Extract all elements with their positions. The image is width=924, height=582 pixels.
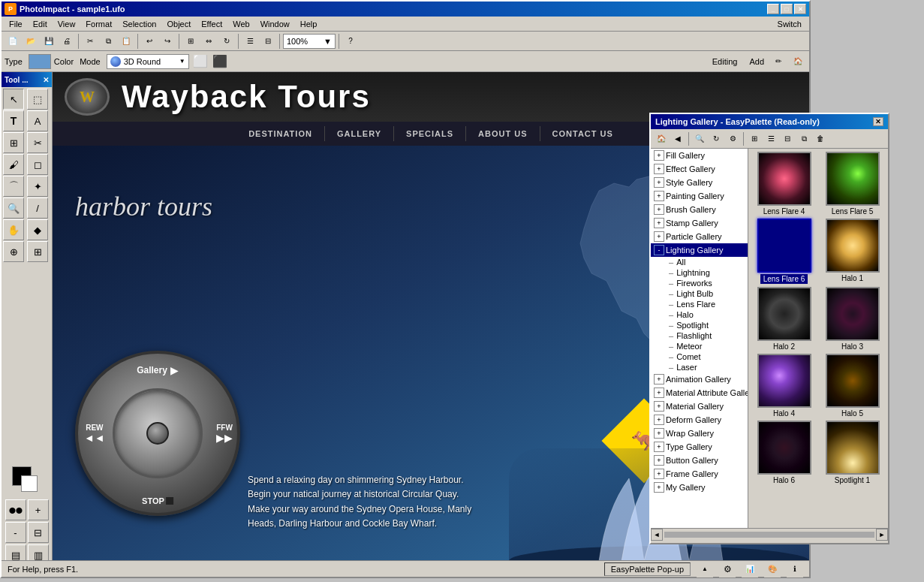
tree-lighting-gallery[interactable]: - Lighting Gallery	[651, 243, 748, 257]
ep-search-btn[interactable]: 🔍	[692, 131, 707, 146]
expand-particle[interactable]: +	[654, 231, 664, 242]
expand-effect[interactable]: +	[654, 164, 664, 174]
tree-lens-flare[interactable]: – Lens Flare	[651, 299, 748, 309]
ep-tree[interactable]: + Fill Gallery + Effect Gallery + Style …	[651, 149, 748, 528]
expand-fill[interactable]: +	[654, 150, 664, 161]
circle-control[interactable]: Gallery ▶ REW ◄◄ FFW ▶▶	[75, 351, 240, 516]
tb-print[interactable]: 🖨	[59, 33, 75, 50]
status-info-btn[interactable]: ℹ	[787, 561, 803, 577]
thumb-halo-6[interactable]: Halo 6	[751, 421, 817, 484]
tb-add-icon[interactable]: 🏠	[790, 53, 806, 70]
ep-list-btn[interactable]: ☰	[763, 131, 778, 146]
ep-grid-btn[interactable]: ⊞	[747, 131, 762, 146]
minimize-btn[interactable]: _	[767, 4, 779, 14]
status-color-btn[interactable]: 🎨	[764, 561, 781, 577]
background-color[interactable]	[21, 475, 38, 492]
tool-text-path[interactable]: A	[27, 110, 48, 131]
ep-settings-btn[interactable]: ⚙	[725, 131, 740, 146]
tree-particle-gallery[interactable]: + Particle Gallery	[651, 230, 748, 243]
tree-animation-gallery[interactable]: + Animation Gallery	[651, 372, 748, 386]
tb-flip[interactable]: ⇔	[200, 33, 217, 50]
tool-add-color[interactable]: +	[28, 499, 49, 520]
tb-editing-icon[interactable]: ✏	[770, 53, 787, 70]
thumb-lens-flare-4[interactable]: Lens Flare 4	[751, 152, 817, 216]
menu-object[interactable]: Object	[162, 18, 195, 30]
cc-inner-ring[interactable]	[113, 388, 203, 478]
tree-frame-gallery[interactable]: + Frame Gallery	[651, 467, 748, 481]
ep-delete-btn[interactable]: 🗑	[813, 131, 828, 146]
menu-view[interactable]: View	[53, 18, 80, 30]
thumb-halo-3[interactable]: Halo 3	[820, 287, 885, 351]
tool-select-arrow[interactable]: ↖	[3, 89, 24, 110]
tree-fireworks[interactable]: – Fireworks	[651, 278, 748, 288]
tree-laser[interactable]: – Laser	[651, 362, 748, 372]
tool-lasso[interactable]: ⌒	[3, 176, 24, 197]
expand-lighting[interactable]: -	[654, 245, 664, 255]
cc-knob[interactable]	[146, 422, 169, 445]
cc-outer-ring[interactable]: Gallery ▶ REW ◄◄ FFW ▶▶	[75, 351, 240, 516]
menu-format[interactable]: Format	[81, 18, 116, 30]
tb-distribute[interactable]: ⊟	[260, 33, 276, 50]
ep-close-btn[interactable]: ✕	[873, 117, 883, 126]
tree-style-gallery[interactable]: + Style Gallery	[651, 176, 748, 189]
tool-eyedropper[interactable]: /	[27, 198, 48, 219]
tool-color-dots[interactable]: ⬤⬤	[5, 499, 26, 520]
menu-switch[interactable]: Switch	[773, 18, 806, 30]
tree-comet[interactable]: – Comet	[651, 351, 748, 362]
tb-save[interactable]: 💾	[41, 33, 57, 50]
ep-back-btn[interactable]: ◀	[670, 131, 685, 146]
tree-material-attr-gallery[interactable]: + Material Attribute Galle...	[651, 386, 748, 400]
tree-type-gallery[interactable]: + Type Gallery	[651, 440, 748, 454]
tree-flashlight[interactable]: – Flashlight	[651, 330, 748, 341]
tb-panel-icon[interactable]: ⬛	[212, 53, 228, 70]
thumb-spotlight-1[interactable]: Spotlight 1	[820, 421, 885, 484]
tb-open[interactable]: 📂	[23, 33, 39, 50]
expand-button[interactable]: +	[654, 455, 664, 466]
expand-stamp[interactable]: +	[654, 218, 664, 228]
tb-rotate[interactable]: ↻	[218, 33, 235, 50]
tree-my-gallery[interactable]: + My Gallery	[651, 481, 748, 494]
menu-help[interactable]: Help	[296, 18, 322, 30]
menu-file[interactable]: File	[5, 18, 27, 30]
status-prefs-btn[interactable]: ⚙	[719, 561, 736, 577]
tree-meteor[interactable]: – Meteor	[651, 341, 748, 351]
tb-material-icon[interactable]: ⬜	[192, 53, 209, 70]
tree-material-gallery[interactable]: + Material Gallery	[651, 400, 748, 413]
tree-light-bulb[interactable]: – Light Bulb	[651, 288, 748, 299]
menu-selection[interactable]: Selection	[118, 18, 161, 30]
tree-spotlight[interactable]: – Spotlight	[651, 320, 748, 330]
tool-magic-wand[interactable]: ✦	[27, 176, 48, 197]
status-graph-btn[interactable]: 📊	[742, 561, 758, 577]
color-swatch[interactable]	[29, 54, 51, 69]
tb-paste[interactable]: 📋	[118, 33, 134, 50]
tb-align[interactable]: ☰	[242, 33, 258, 50]
tb-cut[interactable]: ✂	[82, 33, 98, 50]
ep-copy-btn[interactable]: ⧉	[796, 131, 811, 146]
mode-dropdown[interactable]: 3D Round ▼	[107, 54, 189, 69]
ep-scroll-track-h[interactable]	[664, 532, 874, 538]
tree-stamp-gallery[interactable]: + Stamp Gallery	[651, 216, 748, 230]
expand-deform[interactable]: +	[654, 415, 664, 425]
expand-my[interactable]: +	[654, 482, 664, 493]
tree-deform-gallery[interactable]: + Deform Gallery	[651, 413, 748, 427]
tree-wrap-gallery[interactable]: + Wrap Gallery	[651, 427, 748, 440]
tb-undo[interactable]: ↩	[141, 33, 158, 50]
menu-effect[interactable]: Effect	[197, 18, 227, 30]
tb-transform[interactable]: ⊞	[182, 33, 199, 50]
menu-window[interactable]: Window	[256, 18, 294, 30]
nav-destination[interactable]: DESTINATION	[236, 126, 325, 141]
maximize-btn[interactable]: □	[781, 4, 793, 14]
expand-brush[interactable]: +	[654, 204, 664, 215]
thumb-halo-2[interactable]: Halo 2	[751, 287, 817, 351]
tool-minus[interactable]: -	[5, 522, 26, 543]
tool-grid[interactable]: ⊞	[27, 241, 48, 262]
close-btn[interactable]: ✕	[794, 4, 806, 14]
tree-brush-gallery[interactable]: + Brush Gallery	[651, 203, 748, 216]
expand-animation[interactable]: +	[654, 374, 664, 384]
tool-zoom[interactable]: 🔍	[3, 198, 24, 219]
tool-text[interactable]: T	[3, 110, 24, 131]
tool-select-rect[interactable]: ⬚	[27, 89, 48, 110]
expand-mat-attr[interactable]: +	[654, 387, 664, 398]
nav-gallery[interactable]: GALLERY	[325, 126, 394, 141]
thumb-lens-flare-6[interactable]: Lens Flare 6	[751, 219, 817, 284]
